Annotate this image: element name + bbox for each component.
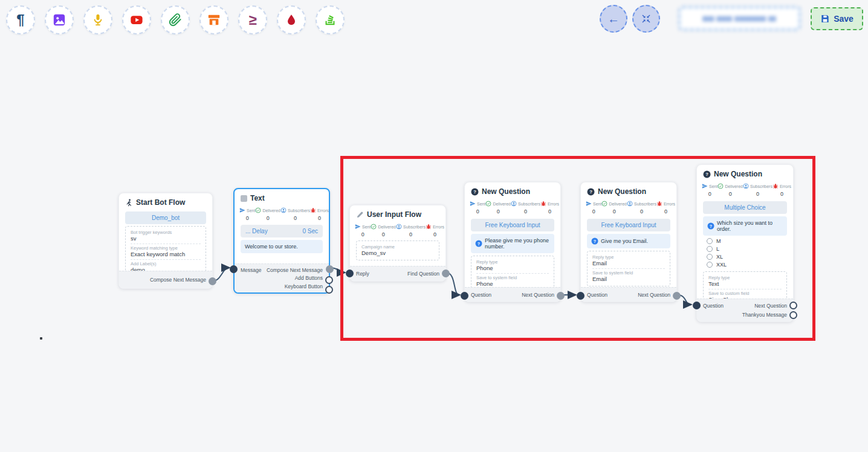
port-find-question-out[interactable] xyxy=(442,270,450,277)
field-label: Reply type xyxy=(592,254,665,260)
option-radio[interactable]: L xyxy=(707,246,793,252)
connector-label-question-in: Question xyxy=(703,303,724,309)
connector-label-next-question: Next Question xyxy=(638,292,670,298)
node-new-question-phone[interactable]: New Question Sent0 Delivered0 Subscriber… xyxy=(464,182,561,302)
toolbar-button-file[interactable] xyxy=(161,5,190,34)
port-next-question-out[interactable] xyxy=(673,292,681,300)
reply-type-pill[interactable]: Free Keyboard Input xyxy=(471,219,554,231)
port-compose-next-message-out[interactable] xyxy=(326,265,334,273)
paperclip-icon xyxy=(169,13,182,27)
field-value: Text xyxy=(708,280,782,287)
toolbar-button-store[interactable] xyxy=(199,5,228,34)
microphone-icon xyxy=(91,13,105,27)
campaign-box[interactable]: Campaign nameDemo_sv xyxy=(356,241,439,260)
field-label: Save to system field xyxy=(476,275,549,280)
start-settings-box[interactable]: Bot trigger keywordssv Keyword matching … xyxy=(125,226,206,277)
option-radio[interactable]: XL xyxy=(707,254,793,260)
save-icon xyxy=(820,14,830,24)
toolbar-button-stack[interactable] xyxy=(316,5,345,34)
sent-icon xyxy=(702,183,708,189)
text-block-icon xyxy=(241,195,247,202)
stats-row: Sent0 Delivered0 Subscribers0 Errors0 xyxy=(235,204,329,222)
sent-icon xyxy=(586,201,592,207)
port-question-in[interactable] xyxy=(461,292,468,300)
question-settings-box[interactable]: Reply typeEmail Save to system fieldEmai… xyxy=(587,251,670,286)
node-start-bot-flow[interactable]: Start Bot Flow Demo_bot Bot trigger keyw… xyxy=(118,193,213,289)
question-preview[interactable]: Which size you want to order. xyxy=(703,216,787,236)
errors-icon xyxy=(540,201,546,207)
field-label: Add Label(s) xyxy=(131,261,201,266)
port-question-in[interactable] xyxy=(693,302,701,309)
port-compose-next-message-out[interactable] xyxy=(209,277,216,285)
stats-row: Sent0 Delivered0 Subscribers0 Errors0 xyxy=(581,198,676,216)
field-value: Email xyxy=(592,260,665,266)
back-button[interactable]: ← xyxy=(600,5,627,33)
youtube-icon xyxy=(130,13,143,27)
question-icon xyxy=(703,170,711,178)
node-type-toolbar: ¶ ≥ xyxy=(6,5,345,34)
flow-builder-canvas[interactable]: ¶ ≥ ← Save Start Bot Flow Demo_bot Bot t xyxy=(0,0,868,452)
connector-label-compose-next-message: Compose Next Message xyxy=(150,277,206,283)
radio-icon xyxy=(707,246,713,252)
option-radio[interactable]: XXL xyxy=(707,262,793,268)
reply-type-pill[interactable]: Multiple Choice xyxy=(703,201,787,214)
errors-icon xyxy=(426,224,432,230)
connector-label-add-buttons: Add Buttons xyxy=(295,275,323,281)
radio-icon xyxy=(707,254,713,260)
greater-equal-icon: ≥ xyxy=(248,13,256,27)
stack-icon xyxy=(323,13,337,27)
question-preview[interactable]: Please give me you phone number. xyxy=(471,234,554,253)
option-radio[interactable]: M xyxy=(707,238,793,244)
toolbar-button-pilcrow[interactable]: ¶ xyxy=(6,5,35,34)
toolbar-button-greater-equal[interactable]: ≥ xyxy=(238,5,267,34)
compress-icon xyxy=(641,13,652,24)
port-question-in[interactable] xyxy=(577,292,585,300)
field-value: Demo_sv xyxy=(361,250,434,256)
fit-view-button[interactable] xyxy=(632,5,660,33)
connector-label-compose-next-message: Compose Next Message xyxy=(267,267,323,273)
question-settings-box[interactable]: Reply typePhone Save to system fieldPhon… xyxy=(471,256,554,291)
delay-row[interactable]: ... Delay0 Sec xyxy=(241,225,323,237)
image-icon xyxy=(53,13,66,27)
question-icon xyxy=(587,188,595,196)
toolbar-button-image[interactable] xyxy=(45,5,74,34)
node-text-message[interactable]: Text Sent0 Delivered0 Subscribers0 Error… xyxy=(233,188,330,294)
port-keyboard-button-out[interactable] xyxy=(325,286,333,294)
flow-name-field[interactable] xyxy=(679,7,800,30)
connector-label-reply-in: Reply xyxy=(356,271,369,277)
node-new-question-email[interactable]: New Question Sent0 Delivered0 Subscriber… xyxy=(580,182,677,302)
node-new-question-size[interactable]: New Question Sent0 Delivered0 Subscriber… xyxy=(696,164,794,322)
errors-icon xyxy=(656,201,662,207)
field-label: Save to system field xyxy=(592,270,665,276)
reply-type-pill[interactable]: Free Keyboard Input xyxy=(587,219,670,231)
subscribers-icon xyxy=(627,201,633,207)
field-value: Exact keyword match xyxy=(131,251,201,257)
node-title: New Question xyxy=(598,187,646,196)
delivered-icon xyxy=(485,201,491,207)
port-reply-in[interactable] xyxy=(346,270,354,277)
user-input-icon xyxy=(356,211,364,219)
bot-name-pill[interactable]: Demo_bot xyxy=(125,211,206,224)
node-title: Start Bot Flow xyxy=(136,198,185,207)
node-user-input-flow[interactable]: User Input Flow Sent0 Delivered0 Subscri… xyxy=(349,205,446,282)
connector-label-keyboard-button: Keyboard Button xyxy=(285,283,323,289)
stats-row: Sent0 Delivered0 Subscribers0 Errors0 xyxy=(697,180,793,198)
subscribers-icon xyxy=(511,201,517,207)
connector-label-next-question: Next Question xyxy=(522,292,554,298)
toolbar-button-audio[interactable] xyxy=(83,5,112,34)
question-preview[interactable]: Give me you Email. xyxy=(587,234,670,248)
errors-icon xyxy=(772,183,779,189)
port-add-buttons-out[interactable] xyxy=(325,276,333,284)
toolbar-button-droplet[interactable] xyxy=(277,5,306,34)
delay-value: 0 Sec xyxy=(302,228,318,234)
node-title: User Input Flow xyxy=(367,210,421,219)
port-next-question-out[interactable] xyxy=(557,292,565,300)
save-button[interactable]: Save xyxy=(811,7,863,30)
message-preview[interactable]: Welcome to our store. xyxy=(241,240,323,253)
port-message-in[interactable] xyxy=(230,265,238,273)
radio-icon xyxy=(707,238,713,244)
port-next-question-out[interactable] xyxy=(789,302,797,309)
port-thankyou-message-out[interactable] xyxy=(789,311,797,319)
options-list: M L XL XXL xyxy=(697,238,793,268)
toolbar-button-video[interactable] xyxy=(122,5,151,34)
